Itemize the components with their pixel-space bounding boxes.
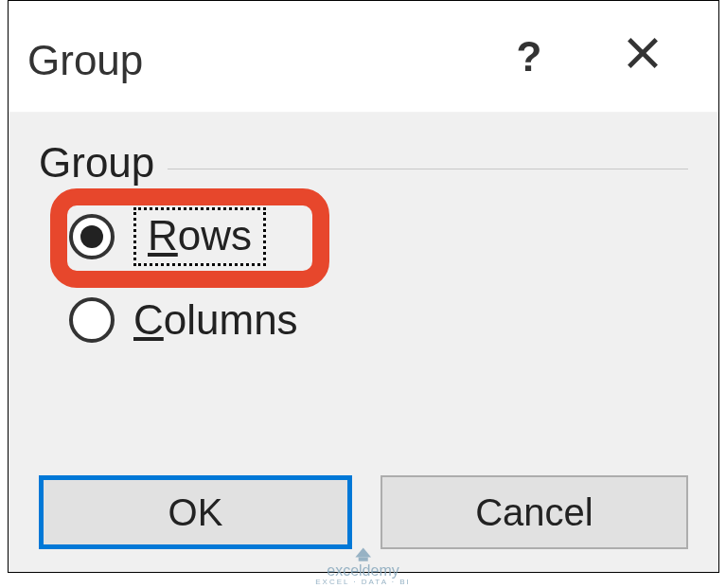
radio-option-rows[interactable]: Rows xyxy=(69,204,688,270)
groupbox-legend: Group xyxy=(39,139,168,187)
groupbox-divider xyxy=(168,169,688,169)
ok-button-label: OK xyxy=(168,491,223,534)
radio-label-rows: Rows xyxy=(133,207,266,266)
help-button[interactable]: ? xyxy=(472,1,586,112)
cancel-button-label: Cancel xyxy=(475,491,593,534)
groupbox-header: Group xyxy=(39,139,688,187)
radio-button-icon xyxy=(69,297,115,343)
svg-marker-2 xyxy=(355,548,371,558)
close-icon xyxy=(625,33,661,80)
ok-button[interactable]: OK xyxy=(39,475,352,549)
accelerator-key: C xyxy=(133,296,164,343)
watermark: exceldemy EXCEL · DATA · BI xyxy=(315,545,411,586)
svg-rect-3 xyxy=(358,558,367,561)
watermark-tagline: EXCEL · DATA · BI xyxy=(315,578,411,586)
radio-selected-dot-icon xyxy=(80,225,103,248)
titlebar: Group ? xyxy=(9,1,718,113)
label-rest: olumns xyxy=(164,296,298,343)
help-icon: ? xyxy=(517,33,542,80)
close-button[interactable] xyxy=(586,1,699,112)
cancel-button[interactable]: Cancel xyxy=(381,475,688,549)
watermark-logo-icon xyxy=(353,545,372,564)
radio-label-columns: Columns xyxy=(133,296,298,344)
accelerator-key: R xyxy=(148,212,178,258)
dialog-title: Group xyxy=(27,29,472,84)
radio-option-columns[interactable]: Columns xyxy=(69,287,688,353)
radio-button-icon xyxy=(69,214,115,259)
dialog-button-row: OK Cancel xyxy=(39,475,688,549)
label-rest: ows xyxy=(178,212,252,258)
group-dialog: Group ? Group Rows Columns xyxy=(8,0,719,573)
dialog-body: Group Rows Columns OK Cancel xyxy=(9,113,718,572)
